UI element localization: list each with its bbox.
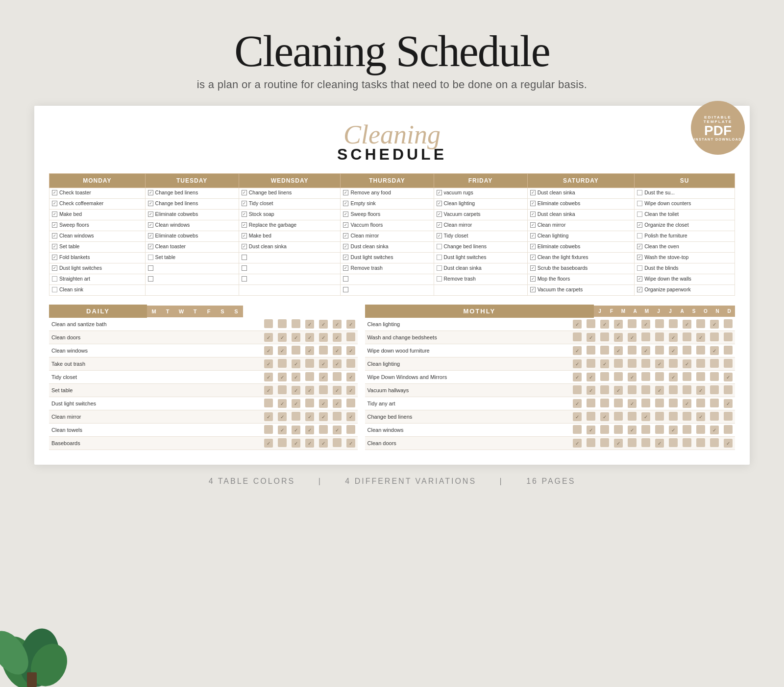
check-box[interactable] [614, 359, 623, 368]
check-box[interactable] [669, 412, 678, 421]
check-box[interactable] [696, 372, 705, 381]
check-box[interactable] [641, 438, 650, 447]
task-checkbox[interactable] [52, 255, 57, 260]
check-box[interactable] [710, 359, 719, 368]
check-box[interactable] [696, 412, 705, 421]
task-checkbox[interactable] [637, 244, 642, 249]
check-box[interactable] [724, 319, 733, 328]
task-checkbox[interactable] [530, 265, 536, 271]
check-box[interactable] [264, 346, 273, 355]
check-box[interactable] [305, 386, 314, 395]
task-checkbox[interactable] [343, 244, 348, 249]
check-box[interactable] [333, 399, 342, 408]
check-box[interactable] [724, 425, 733, 434]
check-box[interactable] [333, 372, 342, 381]
task-checkbox[interactable] [343, 190, 348, 195]
check-box[interactable] [669, 373, 678, 381]
check-box[interactable] [669, 346, 678, 355]
check-box[interactable] [346, 332, 355, 341]
check-box[interactable] [346, 320, 355, 329]
check-box[interactable] [305, 346, 314, 355]
check-box[interactable] [333, 320, 342, 329]
check-box[interactable] [264, 373, 273, 381]
check-box[interactable] [696, 319, 705, 328]
check-box[interactable] [573, 399, 582, 408]
check-box[interactable] [628, 373, 637, 381]
check-box[interactable] [573, 412, 582, 421]
task-checkbox[interactable] [437, 244, 442, 249]
task-checkbox[interactable] [148, 255, 153, 260]
check-box[interactable] [641, 385, 650, 394]
check-box[interactable] [724, 359, 733, 368]
check-box[interactable] [710, 426, 719, 434]
check-box[interactable] [573, 359, 582, 368]
check-box[interactable] [333, 386, 342, 395]
task-checkbox[interactable] [343, 255, 348, 260]
check-box[interactable] [655, 439, 664, 448]
task-checkbox-empty[interactable] [148, 276, 153, 282]
task-checkbox[interactable] [637, 222, 642, 228]
check-box[interactable] [278, 426, 287, 434]
check-box[interactable] [587, 359, 595, 368]
check-box[interactable] [305, 333, 314, 342]
check-box[interactable] [614, 412, 623, 421]
check-box[interactable] [641, 332, 650, 341]
check-box[interactable] [655, 346, 664, 355]
check-box[interactable] [628, 319, 637, 328]
task-checkbox[interactable] [52, 212, 57, 217]
check-box[interactable] [683, 320, 691, 329]
check-box[interactable] [655, 332, 664, 341]
check-box[interactable] [641, 412, 650, 421]
check-box[interactable] [346, 399, 355, 407]
task-checkbox[interactable] [530, 222, 536, 228]
check-box[interactable] [683, 346, 691, 355]
check-box[interactable] [587, 426, 595, 434]
check-box[interactable] [641, 399, 650, 407]
check-box[interactable] [641, 359, 650, 368]
task-checkbox[interactable] [637, 265, 642, 271]
check-box[interactable] [600, 359, 609, 368]
task-checkbox-empty[interactable] [343, 287, 348, 292]
check-box[interactable] [600, 346, 609, 355]
check-box[interactable] [264, 386, 273, 395]
check-box[interactable] [710, 332, 719, 341]
check-box[interactable] [655, 425, 664, 434]
check-box[interactable] [278, 438, 287, 447]
task-checkbox-empty[interactable] [242, 276, 247, 282]
task-checkbox[interactable] [530, 276, 536, 282]
check-box[interactable] [292, 373, 300, 381]
check-box[interactable] [346, 425, 355, 434]
check-box[interactable] [724, 346, 733, 355]
check-box[interactable] [292, 399, 300, 408]
task-checkbox[interactable] [637, 201, 642, 206]
check-box[interactable] [319, 385, 328, 394]
check-box[interactable] [696, 359, 705, 368]
task-checkbox[interactable] [637, 287, 642, 292]
check-box[interactable] [655, 412, 664, 421]
check-box[interactable] [346, 359, 355, 368]
check-box[interactable] [305, 412, 314, 421]
task-checkbox[interactable] [148, 233, 153, 238]
check-box[interactable] [319, 425, 328, 434]
check-box[interactable] [614, 333, 623, 342]
check-box[interactable] [669, 359, 678, 368]
check-box[interactable] [628, 412, 637, 421]
check-box[interactable] [573, 346, 582, 355]
check-box[interactable] [587, 333, 595, 342]
check-box[interactable] [614, 439, 623, 448]
task-checkbox[interactable] [52, 201, 57, 206]
task-checkbox[interactable] [637, 212, 642, 217]
check-box[interactable] [278, 385, 287, 394]
task-checkbox[interactable] [530, 255, 536, 260]
check-box[interactable] [600, 425, 609, 434]
check-box[interactable] [333, 333, 342, 342]
check-box[interactable] [628, 426, 637, 434]
check-box[interactable] [628, 438, 637, 447]
check-box[interactable] [587, 438, 595, 447]
check-box[interactable] [573, 439, 582, 448]
check-box[interactable] [319, 359, 328, 368]
task-checkbox[interactable] [437, 201, 442, 206]
check-box[interactable] [573, 385, 582, 394]
check-box[interactable] [683, 372, 691, 381]
task-checkbox[interactable] [437, 212, 442, 217]
